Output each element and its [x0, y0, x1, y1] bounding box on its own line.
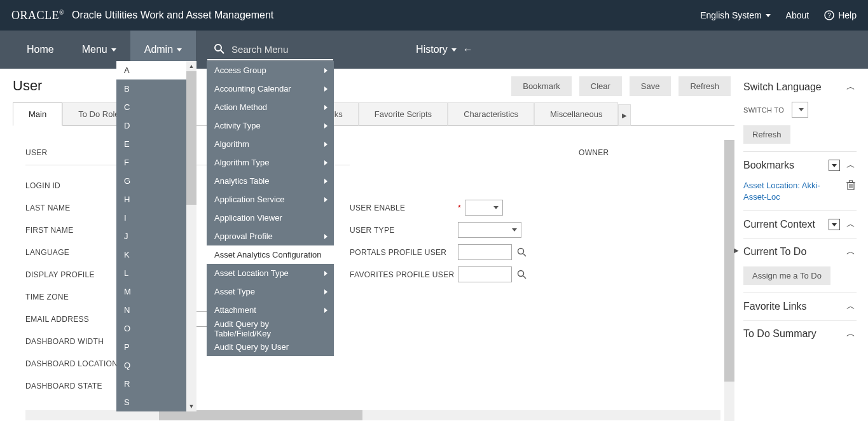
svg-rect-10 [850, 181, 853, 183]
menu-item[interactable]: Application Viewer [207, 209, 334, 227]
nav-home[interactable]: Home [13, 31, 68, 69]
alpha-item-i[interactable]: I [116, 209, 196, 227]
bookmark-link[interactable]: Asset Location: Akki-Asset-Loc [743, 180, 840, 203]
switch-language-panel: Switch Language ︿ SWITCH TO Refresh [743, 74, 857, 151]
alpha-item-r[interactable]: R [116, 375, 196, 393]
alpha-item-p[interactable]: P [116, 338, 196, 356]
scrollbar[interactable] [724, 140, 734, 421]
lookup-icon[interactable] [517, 270, 527, 280]
scrollbar[interactable] [25, 410, 720, 420]
nav-history[interactable]: History ← [416, 44, 473, 55]
alpha-item-c[interactable]: C [116, 98, 196, 116]
help-icon: ? [824, 10, 834, 20]
tab-scroll-right[interactable]: ▶ [618, 104, 631, 126]
back-arrow-icon[interactable]: ← [463, 44, 473, 55]
tab-favorite-scripts[interactable]: Favorite Scripts [359, 102, 448, 126]
switch-to-select[interactable] [792, 102, 808, 118]
alpha-item-e[interactable]: E [116, 135, 196, 153]
alpha-item-n[interactable]: N [116, 301, 196, 319]
menu-item[interactable]: Algorithm Type [207, 153, 334, 172]
scroll-thumb[interactable] [186, 71, 196, 205]
switch-language-title: Switch Language [743, 81, 840, 93]
alpha-item-b[interactable]: B [116, 79, 196, 98]
scroll-thumb[interactable] [159, 410, 362, 420]
language-selector[interactable]: English System [700, 10, 770, 20]
panel-divider[interactable]: ▶ [734, 69, 738, 421]
delete-icon[interactable] [846, 180, 857, 190]
svg-point-6 [518, 270, 524, 276]
current-context-title: Current Context [743, 219, 823, 230]
menu-item[interactable]: Audit Query by Table/Field/Key [207, 319, 334, 338]
alpha-item-m[interactable]: M [116, 282, 196, 301]
top-bar-right: English System About ? Help [700, 10, 857, 20]
current-todo-title: Current To Do [743, 246, 840, 258]
about-link[interactable]: About [786, 10, 809, 20]
menu-item[interactable]: Attachment [207, 301, 334, 319]
menu-item[interactable]: Audit Query by User [207, 338, 334, 356]
user-type-select[interactable] [458, 222, 521, 238]
config-icon[interactable] [829, 219, 840, 230]
scroll-thumb[interactable] [724, 140, 734, 382]
alpha-item-q[interactable]: Q [116, 356, 196, 375]
menu-item[interactable]: Algorithm [207, 135, 334, 153]
menu-item[interactable]: Analytics Table [207, 172, 334, 190]
alpha-item-h[interactable]: H [116, 190, 196, 209]
user-enable-select[interactable] [465, 200, 503, 216]
alpha-item-o[interactable]: O [116, 319, 196, 338]
refresh-button[interactable]: Refresh [679, 76, 731, 96]
svg-line-7 [523, 276, 526, 279]
collapse-icon[interactable]: ▶ [734, 247, 739, 254]
menu-item[interactable]: Accounting Calendar [207, 79, 334, 98]
menu-item[interactable]: Access Group [207, 61, 334, 79]
menu-item[interactable]: Asset Location Type [207, 264, 334, 282]
svg-line-5 [523, 254, 526, 256]
portals-profile-field[interactable] [458, 244, 512, 260]
lookup-icon[interactable] [517, 247, 527, 258]
menu-item[interactable]: Application Service [207, 190, 334, 209]
scroll-up-icon[interactable]: ▲ [186, 61, 196, 71]
alpha-item-s[interactable]: S [116, 393, 196, 411]
save-button[interactable]: Save [630, 76, 672, 96]
search-input[interactable] [231, 44, 327, 55]
svg-line-3 [221, 50, 224, 53]
chevron-up-icon[interactable]: ︿ [845, 301, 857, 312]
alpha-item-f[interactable]: F [116, 153, 196, 172]
menu-item[interactable]: Asset Analytics Configuration [207, 245, 334, 264]
search-menu-field[interactable] [207, 39, 333, 60]
alpha-item-d[interactable]: D [116, 116, 196, 135]
help-link[interactable]: ? Help [824, 10, 857, 20]
assign-todo-button[interactable]: Assign me a To Do [743, 266, 830, 285]
scrollbar[interactable]: ▲ ▼ [186, 61, 196, 411]
owner-section-header: OWNER [350, 140, 734, 165]
admin-sub-menu: Access GroupAccounting CalendarAction Me… [207, 61, 334, 356]
chevron-up-icon[interactable]: ︿ [845, 328, 857, 340]
chevron-up-icon[interactable]: ︿ [845, 219, 857, 230]
menu-item[interactable]: Asset Type [207, 282, 334, 301]
tab-main[interactable]: Main [13, 102, 62, 126]
chevron-down-icon [111, 48, 116, 52]
chevron-up-icon[interactable]: ︿ [845, 246, 857, 258]
page-actions: Bookmark Clear Save Refresh [511, 76, 731, 96]
sidebar-refresh-button[interactable]: Refresh [743, 125, 790, 144]
tab-miscellaneous[interactable]: Miscellaneous [534, 102, 618, 126]
clear-button[interactable]: Clear [579, 76, 622, 96]
scroll-down-icon[interactable]: ▼ [186, 401, 196, 411]
chevron-down-icon [177, 48, 182, 52]
user-enable-label: USER ENABLE [350, 204, 458, 212]
current-todo-panel: Current To Do ︿ Assign me a To Do [743, 238, 857, 293]
menu-item[interactable]: Activity Type [207, 116, 334, 135]
bookmark-button[interactable]: Bookmark [511, 76, 572, 96]
chevron-up-icon[interactable]: ︿ [845, 81, 857, 93]
tab-characteristics[interactable]: Characteristics [448, 102, 534, 126]
alpha-item-l[interactable]: L [116, 264, 196, 282]
menu-item[interactable]: Approval Profile [207, 227, 334, 245]
chevron-up-icon[interactable]: ︿ [845, 160, 857, 171]
menu-item[interactable]: Action Method [207, 98, 334, 116]
favorites-profile-field[interactable] [458, 266, 512, 282]
config-icon[interactable] [829, 160, 840, 171]
favorite-links-panel: Favorite Links ︿ [743, 293, 857, 320]
alpha-item-j[interactable]: J [116, 227, 196, 245]
alpha-item-g[interactable]: G [116, 172, 196, 190]
alpha-item-k[interactable]: K [116, 245, 196, 264]
alpha-item-a[interactable]: A [116, 61, 196, 79]
